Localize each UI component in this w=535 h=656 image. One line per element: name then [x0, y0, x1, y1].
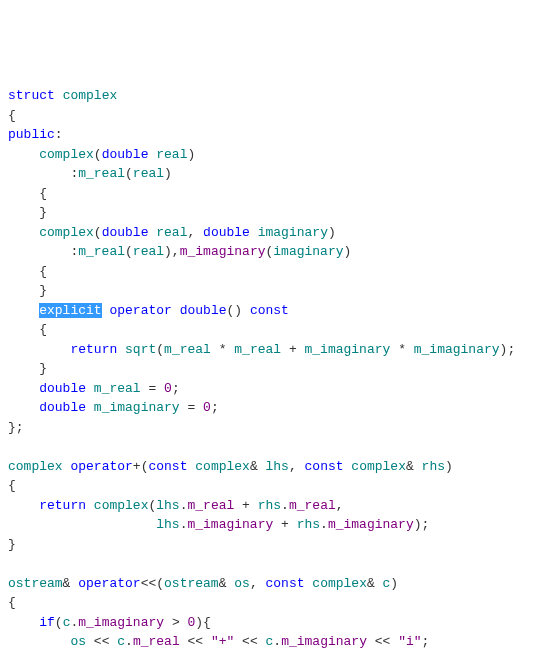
member: m_imaginary — [187, 517, 273, 532]
return-type: complex — [8, 459, 63, 474]
type-complex: complex — [195, 459, 250, 474]
member: m_imaginary — [281, 634, 367, 649]
keyword-double: double — [203, 225, 250, 240]
param-real: real — [156, 225, 187, 240]
param-imaginary: imaginary — [258, 225, 328, 240]
type-complex: complex — [63, 88, 118, 103]
param-rhs: rhs — [422, 459, 445, 474]
keyword-const: const — [250, 303, 289, 318]
param-lhs: lhs — [156, 498, 179, 513]
keyword-operator: operator — [109, 303, 171, 318]
literal-zero: 0 — [188, 615, 196, 630]
type-ostream: ostream — [164, 576, 219, 591]
string-literal: "i" — [398, 634, 421, 649]
member: m_imaginary — [305, 342, 391, 357]
op-plus: + — [133, 459, 141, 474]
member-init: m_real — [78, 166, 125, 181]
keyword-double: double — [102, 147, 149, 162]
member-init: m_imaginary — [180, 244, 266, 259]
param-lhs: lhs — [266, 459, 289, 474]
type-complex: complex — [312, 576, 367, 591]
type-complex: complex — [351, 459, 406, 474]
keyword-explicit-selected: explicit — [39, 303, 101, 318]
param-rhs: rhs — [258, 498, 281, 513]
keyword-double: double — [39, 400, 86, 415]
param-rhs: rhs — [297, 517, 320, 532]
keyword-operator: operator — [70, 459, 132, 474]
keyword-const: const — [305, 459, 344, 474]
keyword-double: double — [102, 225, 149, 240]
literal-zero: 0 — [164, 381, 172, 396]
type-complex: complex — [94, 498, 149, 513]
keyword-operator: operator — [78, 576, 140, 591]
param-c: c — [383, 576, 391, 591]
param-real: real — [133, 166, 164, 181]
param-imaginary: imaginary — [273, 244, 343, 259]
keyword-return: return — [70, 342, 117, 357]
member: m_imaginary — [78, 615, 164, 630]
member: m_real — [133, 634, 180, 649]
param-lhs: lhs — [156, 517, 179, 532]
member: m_real — [187, 498, 234, 513]
op-ltlt: << — [141, 576, 157, 591]
keyword-const: const — [148, 459, 187, 474]
literal-zero: 0 — [203, 400, 211, 415]
keyword-const: const — [266, 576, 305, 591]
member: m_imaginary — [414, 342, 500, 357]
param-c: c — [117, 634, 125, 649]
keyword-if: if — [39, 615, 55, 630]
member: m_real — [289, 498, 336, 513]
keyword-return: return — [39, 498, 86, 513]
member: m_real — [164, 342, 211, 357]
param-c: c — [266, 634, 274, 649]
member: m_real — [234, 342, 281, 357]
param-real: real — [133, 244, 164, 259]
string-literal: "+" — [211, 634, 234, 649]
member-decl: m_real — [94, 381, 141, 396]
keyword-double: double — [180, 303, 227, 318]
param-os: os — [234, 576, 250, 591]
member-decl: m_imaginary — [94, 400, 180, 415]
member: m_imaginary — [328, 517, 414, 532]
keyword-public: public — [8, 127, 55, 142]
constructor-name: complex — [39, 225, 94, 240]
keyword-double: double — [39, 381, 86, 396]
type-ostream: ostream — [8, 576, 63, 591]
param-c: c — [63, 615, 71, 630]
constructor-name: complex — [39, 147, 94, 162]
param-os: os — [70, 634, 86, 649]
code-block: struct complex { public: complex(double … — [8, 86, 527, 656]
keyword-struct: struct — [8, 88, 55, 103]
param-real: real — [156, 147, 187, 162]
member-init: m_real — [78, 244, 125, 259]
func-sqrt: sqrt — [125, 342, 156, 357]
